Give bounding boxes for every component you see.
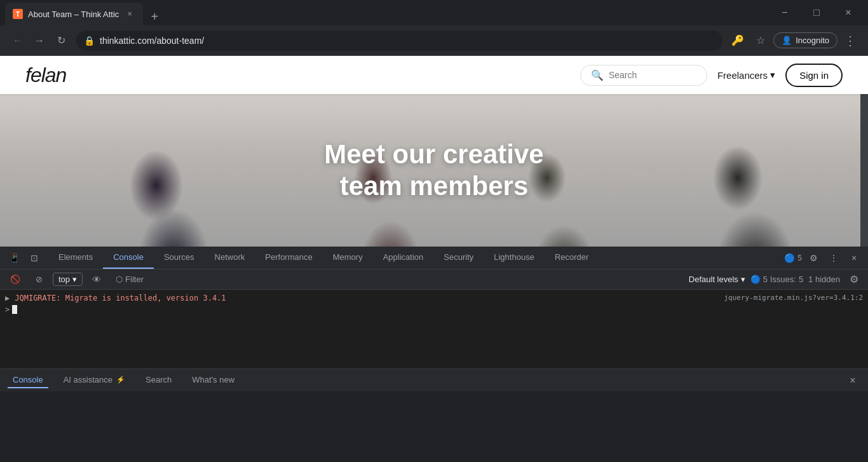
default-levels-dropdown[interactable]: Default levels ▾ xyxy=(689,275,745,284)
title-bar: T About Team – Think Attic × + − □ × xyxy=(0,0,868,25)
devtools-panel: 📱 ⊡ Elements Console Sources Network Per… xyxy=(0,247,868,391)
site-nav-right: 🔍 Freelancers ▾ Sign in xyxy=(580,64,843,87)
bottom-tab-ai-assistance[interactable]: AI assistance ⚡ xyxy=(58,372,130,388)
issues-count: 🔵 5 Issues: 5 xyxy=(750,275,803,284)
context-dropdown-arrow: ▾ xyxy=(72,275,77,284)
active-tab[interactable]: T About Team – Think Attic × xyxy=(5,3,143,25)
close-devtools-button[interactable]: × xyxy=(845,249,863,267)
tab-elements[interactable]: Elements xyxy=(48,247,103,269)
clear-console-button[interactable]: 🚫 xyxy=(5,272,25,287)
sign-in-button[interactable]: Sign in xyxy=(785,64,843,87)
tab-application[interactable]: Application xyxy=(373,247,434,269)
filter-button[interactable]: ⬡ Filter xyxy=(111,273,149,285)
bookmark-icon[interactable]: ☆ xyxy=(750,31,771,51)
search-input[interactable] xyxy=(609,70,696,80)
bottom-tab-search[interactable]: Search xyxy=(140,372,177,388)
tab-performance[interactable]: Performance xyxy=(255,247,322,269)
message-source: jquery-migrate.min.js?ver=3.4.1:2 xyxy=(724,294,863,302)
tab-memory[interactable]: Memory xyxy=(323,247,373,269)
tab-recorder[interactable]: Recorder xyxy=(545,247,599,269)
url-text: thinkattic.com/about-team/ xyxy=(100,36,715,46)
chevron-down-icon: ▾ xyxy=(770,69,775,81)
devtools-left-icons: 📱 ⊡ xyxy=(0,247,48,269)
issues-badge: 🔵 5 xyxy=(784,253,802,263)
address-bar: ← → ↻ 🔒 thinkattic.com/about-team/ 🔑 ☆ 👤… xyxy=(0,25,868,56)
tab-lighthouse[interactable]: Lighthouse xyxy=(484,247,545,269)
console-cursor xyxy=(12,305,17,314)
incognito-icon: 👤 xyxy=(782,36,792,45)
console-toolbar-right: Default levels ▾ 🔵 5 Issues: 5 1 hidden … xyxy=(689,271,863,289)
browser-menu-button[interactable]: ⋮ xyxy=(840,31,860,51)
search-bar[interactable]: 🔍 xyxy=(580,65,707,86)
refresh-button[interactable]: ↻ xyxy=(51,31,71,51)
devtools-settings-button[interactable]: ⚙ xyxy=(804,249,822,267)
hero-image-area: Meet our creative team members xyxy=(0,94,868,247)
devtools-more-button[interactable]: ⋮ xyxy=(825,249,843,267)
issues-badge-icon: 🔵 xyxy=(750,275,761,284)
site-navigation: felan 🔍 Freelancers ▾ Sign in xyxy=(0,56,868,94)
site-logo: felan xyxy=(25,64,66,87)
tab-network[interactable]: Network xyxy=(205,247,255,269)
toggle-device-toolbar-button[interactable]: 📱 xyxy=(5,249,23,267)
search-icon: 🔍 xyxy=(591,69,604,81)
issues-icon: 🔵 xyxy=(784,253,795,263)
close-devtools-x-button[interactable]: × xyxy=(845,373,860,388)
inspect-element-button[interactable]: ⊡ xyxy=(25,249,43,267)
bottom-tab-console[interactable]: Console xyxy=(8,372,48,388)
tab-favicon: T xyxy=(13,9,23,19)
message-arrow[interactable]: ▶ xyxy=(5,294,10,302)
address-bar-right-icons: 🔑 ☆ 👤 Incognito ⋮ xyxy=(728,31,860,51)
tab-sources[interactable]: Sources xyxy=(154,247,205,269)
tab-console[interactable]: Console xyxy=(103,247,154,269)
message-text: JQMIGRATE: Migrate is installed, version… xyxy=(15,294,719,302)
new-tab-button[interactable]: + xyxy=(146,8,163,25)
incognito-button[interactable]: 👤 Incognito xyxy=(773,32,837,48)
devtools-tab-right: 🔵 5 ⚙ ⋮ × xyxy=(784,247,868,269)
tab-close-button[interactable]: × xyxy=(124,8,135,20)
tabs-area: T About Team – Think Attic × + xyxy=(5,0,765,25)
console-input-line[interactable]: > xyxy=(0,304,868,315)
close-window-button[interactable]: × xyxy=(834,3,863,23)
console-prompt: > xyxy=(5,305,10,314)
issues-badge-count: 5 xyxy=(799,275,803,284)
hero-title: Meet our creative team members xyxy=(324,139,543,203)
stop-recording-button[interactable]: ⊘ xyxy=(31,272,48,287)
url-bar[interactable]: 🔒 thinkattic.com/about-team/ xyxy=(76,31,722,51)
freelancers-dropdown[interactable]: Freelancers ▾ xyxy=(717,69,775,81)
forward-button[interactable]: → xyxy=(29,31,50,51)
console-settings-button[interactable]: ⚙ xyxy=(845,271,863,289)
context-selector[interactable]: top ▾ xyxy=(53,273,83,286)
devtools-tabs: 📱 ⊡ Elements Console Sources Network Per… xyxy=(0,247,868,269)
levels-arrow: ▾ xyxy=(741,275,745,284)
hero-text-overlay: Meet our creative team members xyxy=(324,139,543,203)
minimize-button[interactable]: − xyxy=(770,3,799,23)
filter-icon: ⬡ xyxy=(116,275,123,284)
console-message-jqmigrate: ▶ JQMIGRATE: Migrate is installed, versi… xyxy=(0,292,868,304)
back-button[interactable]: ← xyxy=(8,31,28,51)
password-manager-icon[interactable]: 🔑 xyxy=(728,31,748,51)
hidden-count: 1 hidden xyxy=(808,275,840,284)
lock-icon: 🔒 xyxy=(84,36,95,46)
tab-title: About Team – Think Attic xyxy=(28,10,119,19)
browser-window: T About Team – Think Attic × + − □ × ← →… xyxy=(0,0,868,391)
devtools-bottom-bar: Console AI assistance ⚡ Search What's ne… xyxy=(0,369,868,391)
webpage-viewport: felan 🔍 Freelancers ▾ Sign in Meet our c… xyxy=(0,56,868,247)
eye-button[interactable]: 👁 xyxy=(88,271,105,289)
window-controls: − □ × xyxy=(770,3,863,23)
ai-icon: ⚡ xyxy=(116,376,125,384)
nav-buttons: ← → ↻ xyxy=(8,31,71,51)
bottom-tab-whats-new[interactable]: What's new xyxy=(187,372,240,388)
maximize-button[interactable]: □ xyxy=(802,3,831,23)
console-toolbar: 🚫 ⊘ top ▾ 👁 ⬡ Filter Default levels ▾ 🔵 … xyxy=(0,269,868,290)
tab-security[interactable]: Security xyxy=(433,247,484,269)
